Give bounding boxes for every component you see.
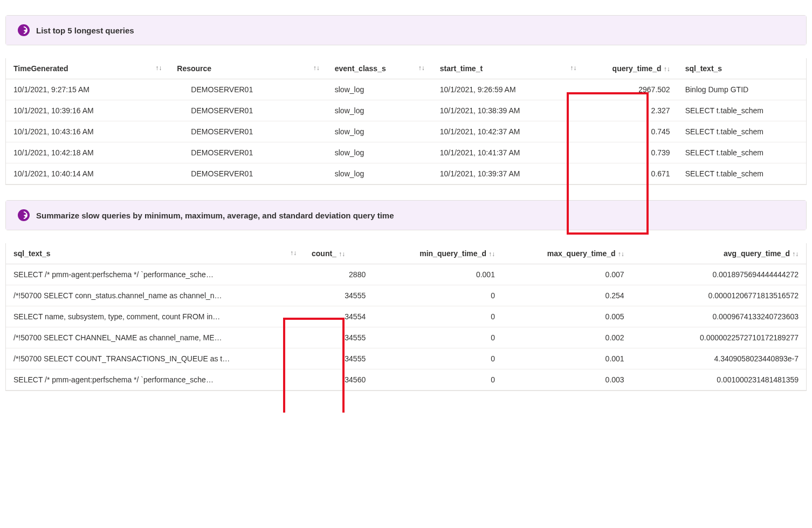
cell-avg-query-time: 0.0018975694444444272 [632,264,806,285]
cell-max-query-time: 0.001 [503,348,632,369]
col-start-time[interactable]: start_time_t↑↓ [432,58,584,79]
col-query-time[interactable]: query_time_d↑↓ [584,58,677,79]
cell-timegenerated: 10/1/2021, 10:39:16 AM [6,100,169,121]
col-resource[interactable]: Resource↑↓ [169,58,327,79]
col-sql-text-2[interactable]: sql_text_s↑↓ [6,243,304,264]
cell-max-query-time: 0.003 [503,369,632,390]
cell-query-time: 0.739 [584,142,677,163]
col-max-query-time[interactable]: max_query_time_d↑↓ [503,243,632,264]
col-event-class-label: event_class_s [335,64,386,73]
cell-timegenerated: 10/1/2021, 10:42:18 AM [6,142,169,163]
col-start-time-label: start_time_t [440,64,483,73]
cell-event-class: slow_log [327,100,432,121]
cell-avg-query-time: 0.001000231481481359 [632,369,806,390]
cell-count: 34555 [304,327,373,348]
cell-start-time: 10/1/2021, 9:26:59 AM [432,79,584,100]
col-resource-label: Resource [177,64,211,73]
cell-timegenerated: 10/1/2021, 10:40:14 AM [6,163,169,184]
cell-start-time: 10/1/2021, 10:41:37 AM [432,142,584,163]
cell-sql-text: SELECT t.table_schem [678,100,806,121]
cell-start-time: 10/1/2021, 10:39:37 AM [432,163,584,184]
table-row[interactable]: 10/1/2021, 10:39:16 AMDEMOSERVER01slow_l… [6,100,806,121]
cell-max-query-time: 0.254 [503,285,632,306]
table-row[interactable]: /*!50700 SELECT conn_status.channel_name… [6,285,806,306]
col-timegenerated[interactable]: TimeGenerated↑↓ [6,58,169,79]
cell-avg-query-time: 0.00001206771813516572 [632,285,806,306]
table-row[interactable]: 10/1/2021, 10:40:14 AMDEMOSERVER01slow_l… [6,163,806,184]
sort-icon: ↑↓ [618,250,624,258]
table-summarize-wrap: sql_text_s↑↓ count_↑↓ min_query_time_d↑↓… [5,243,807,391]
cell-min-query-time: 0 [373,285,503,306]
sort-icon: ↑↓ [155,64,162,72]
cell-query-time: 0.745 [584,121,677,142]
col-query-time-label: query_time_d [613,64,662,73]
cell-sql-text: SELECT /* pmm-agent:perfschema */ `perfo… [6,264,304,285]
cell-query-time: 2.327 [584,100,677,121]
panel-summarize: Summarize slow queries by minimum, maxim… [5,200,807,230]
cell-resource: DEMOSERVER01 [169,79,327,100]
cell-query-time: 0.671 [584,163,677,184]
cell-min-query-time: 0.001 [373,264,503,285]
cell-sql-text: SELECT t.table_schem [678,142,806,163]
col-max-query-time-label: max_query_time_d [547,249,616,258]
cell-min-query-time: 0 [373,369,503,390]
cell-min-query-time: 0 [373,348,503,369]
cell-max-query-time: 0.002 [503,327,632,348]
cell-sql-text: SELECT t.table_schem [678,121,806,142]
table-row[interactable]: SELECT /* pmm-agent:perfschema */ `perfo… [6,264,806,285]
cell-query-time: 2967.502 [584,79,677,100]
cell-start-time: 10/1/2021, 10:38:39 AM [432,100,584,121]
col-min-query-time-label: min_query_time_d [419,249,486,258]
cell-resource: DEMOSERVER01 [169,142,327,163]
col-sql-text[interactable]: sql_text_s [678,58,806,79]
table-top5-longest-wrap: TimeGenerated↑↓ Resource↑↓ event_class_s… [5,58,807,185]
table-row[interactable]: SELECT /* pmm-agent:perfschema */ `perfo… [6,369,806,390]
col-sql-text-2-label: sql_text_s [13,249,50,258]
col-timegenerated-label: TimeGenerated [13,64,68,73]
cell-sql-text: SELECT t.table_schem [678,163,806,184]
cell-resource: DEMOSERVER01 [169,163,327,184]
cell-count: 34554 [304,306,373,327]
rocket-icon [18,209,30,221]
table-row[interactable]: /*!50700 SELECT COUNT_TRANSACTIONS_IN_QU… [6,348,806,369]
col-avg-query-time[interactable]: avg_query_time_d↑↓ [632,243,806,264]
cell-count: 34555 [304,348,373,369]
sort-icon: ↑↓ [570,64,576,72]
panel-top5-title: List top 5 longest queries [36,26,134,35]
cell-resource: DEMOSERVER01 [169,100,327,121]
col-event-class[interactable]: event_class_s↑↓ [327,58,432,79]
table-row[interactable]: 10/1/2021, 9:27:15 AMDEMOSERVER01slow_lo… [6,79,806,100]
table-row[interactable]: SELECT name, subsystem, type, comment, c… [6,306,806,327]
col-count[interactable]: count_↑↓ [304,243,373,264]
cell-count: 34560 [304,369,373,390]
cell-min-query-time: 0 [373,327,503,348]
sort-icon: ↑↓ [313,64,320,72]
col-avg-query-time-label: avg_query_time_d [724,249,790,258]
col-sql-text-label: sql_text_s [685,64,722,73]
cell-sql-text: SELECT /* pmm-agent:perfschema */ `perfo… [6,369,304,390]
table-summarize: sql_text_s↑↓ count_↑↓ min_query_time_d↑↓… [6,243,806,390]
table-row[interactable]: 10/1/2021, 10:43:16 AMDEMOSERVER01slow_l… [6,121,806,142]
sort-icon: ↑↓ [488,250,495,258]
sort-icon: ↑↓ [792,250,799,258]
panel-top5-header: List top 5 longest queries [6,16,806,45]
cell-max-query-time: 0.007 [503,264,632,285]
col-count-label: count_ [312,249,336,258]
sort-icon: ↑↓ [290,249,297,257]
panel-summarize-title: Summarize slow queries by minimum, maxim… [36,211,394,220]
table-row[interactable]: /*!50700 SELECT CHANNEL_NAME as channel_… [6,327,806,348]
sort-icon: ↑↓ [664,65,670,73]
cell-sql-text: /*!50700 SELECT conn_status.channel_name… [6,285,304,306]
cell-count: 34555 [304,285,373,306]
cell-timegenerated: 10/1/2021, 9:27:15 AM [6,79,169,100]
panel-top5-longest: List top 5 longest queries [5,15,807,45]
col-min-query-time[interactable]: min_query_time_d↑↓ [373,243,503,264]
sort-icon: ↑↓ [418,64,425,72]
panel-summarize-header: Summarize slow queries by minimum, maxim… [6,201,806,230]
cell-max-query-time: 0.005 [503,306,632,327]
cell-min-query-time: 0 [373,306,503,327]
cell-count: 2880 [304,264,373,285]
table-row[interactable]: 10/1/2021, 10:42:18 AMDEMOSERVER01slow_l… [6,142,806,163]
cell-sql-text: /*!50700 SELECT COUNT_TRANSACTIONS_IN_QU… [6,348,304,369]
cell-avg-query-time: 4.3409058023440893e-7 [632,348,806,369]
